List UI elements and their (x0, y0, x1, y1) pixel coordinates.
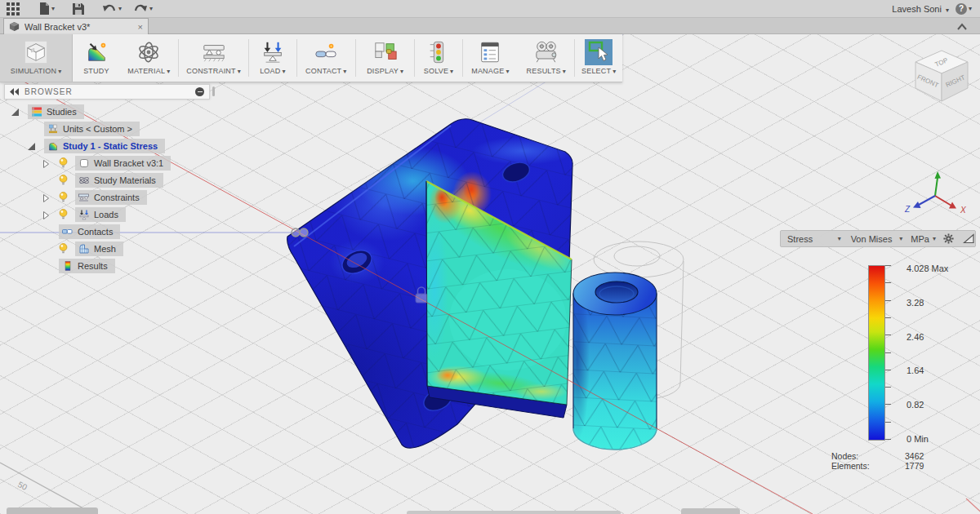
redo-icon[interactable]: ▾ (133, 3, 153, 15)
bottom-navbar-fragment-center (407, 511, 621, 514)
undo-caret[interactable]: ▾ (118, 5, 122, 12)
ribbon-button-label: CONTACT▾ (305, 67, 346, 75)
legend-tick (885, 404, 891, 405)
ribbon-button-study[interactable]: STUDY (73, 34, 119, 82)
browser-tree-row: Study 1 - Static Stress (0, 139, 245, 154)
browser-item-mesh[interactable]: Mesh (75, 241, 123, 256)
visibility-bulb-icon[interactable] (57, 191, 70, 204)
expand-open-icon[interactable] (28, 143, 35, 150)
contacts-icon (61, 226, 74, 238)
expand-open-icon[interactable] (11, 109, 19, 116)
browser-tree-row: Results (0, 259, 245, 274)
browser-display-filter-icon[interactable] (195, 87, 204, 96)
display-icon (373, 38, 398, 66)
help-icon[interactable]: ? (956, 3, 967, 15)
result-field-dropdown[interactable]: Stress (787, 234, 835, 244)
expand-closed-icon[interactable] (42, 192, 50, 206)
study-icon (84, 38, 109, 66)
browser-resize-grip[interactable] (212, 86, 215, 96)
ribbon-button-constraint[interactable]: CONSTRAINT▾ (179, 34, 248, 82)
view-cube[interactable]: TOP FRONT RIGHT (908, 42, 977, 119)
help-menu[interactable]: ? ▾ (956, 3, 972, 15)
browser-item-studies[interactable]: Studies (28, 104, 84, 119)
ribbon-button-results[interactable]: RESULTS▾ (518, 34, 574, 82)
browser-item-results[interactable]: Results (59, 259, 115, 273)
ribbon-button-material[interactable]: MATERIAL▾ (120, 34, 178, 82)
browser-item-contacts[interactable]: Contacts (59, 224, 120, 239)
stress-legend-gradient-bar (868, 265, 885, 441)
ribbon-button-label: MANAGE▾ (471, 67, 509, 75)
legend-value-label: 0.82 (906, 400, 924, 410)
ribbon-button-load[interactable]: LOAD▾ (249, 34, 296, 82)
browser-tree-row: Units < Custom > (0, 122, 245, 137)
browser-item-label: Study 1 - Static Stress (63, 141, 158, 151)
ribbon-button-contact[interactable]: CONTACT▾ (297, 34, 355, 82)
ribbon-button-label: RESULTS▾ (527, 67, 566, 75)
ribbon-button-label: SIMULATION▾ (11, 67, 62, 75)
stat-label: Nodes: (831, 451, 905, 461)
browser-panel-header[interactable]: BROWSER (4, 84, 210, 100)
toolbar-collapse-chevron-icon[interactable] (956, 20, 969, 35)
axis-triad: X Z (902, 131, 976, 219)
dropdown-caret-icon: ▾ (506, 68, 509, 75)
dropdown-caret-icon: ▾ (400, 68, 403, 75)
ribbon-button-label: CONSTRAINT▾ (186, 67, 241, 75)
browser-item-label: Studies (47, 107, 77, 117)
ribbon-button-solve[interactable]: SOLVE▾ (415, 34, 461, 82)
legend-tick (885, 335, 891, 335)
document-tab[interactable]: Wall Bracket v3* × (3, 18, 149, 34)
legend-tick (885, 370, 891, 370)
visibility-bulb-icon[interactable] (57, 242, 70, 255)
result-unit-dropdown[interactable]: MPa (911, 234, 929, 244)
browser-item-material[interactable]: Study Materials (75, 173, 163, 188)
browser-tree-row: Constraints (0, 190, 245, 206)
expand-closed-icon[interactable] (42, 209, 50, 224)
file-menu-icon[interactable]: ▾ (39, 2, 55, 15)
expand-closed-icon[interactable] (42, 157, 50, 172)
3d-viewport[interactable]: SIMULATION▾STUDYMATERIAL▾CONSTRAINT▾LOAD… (0, 34, 980, 514)
manage-icon (478, 38, 502, 66)
app-grid-icon[interactable] (7, 2, 20, 16)
browser-item-study[interactable]: Study 1 - Static Stress (44, 139, 165, 153)
result-component-dropdown[interactable]: Von Mises (851, 234, 897, 244)
legend-value-label: 1.64 (906, 366, 924, 375)
browser-collapse-icon[interactable] (10, 88, 20, 95)
document-tab-bar: Wall Bracket v3* × (0, 18, 980, 34)
results-settings-gear-icon[interactable] (942, 233, 955, 245)
load-icon (78, 209, 90, 221)
units-icon (47, 123, 59, 135)
results-icon (61, 260, 74, 273)
dropdown-caret-icon: ▾ (167, 68, 170, 75)
browser-tree-row: Wall Bracket v3:1 (0, 156, 245, 171)
visibility-bulb-icon[interactable] (57, 157, 70, 170)
user-account-menu[interactable]: Lavesh Soni ▾ (892, 4, 949, 14)
constraint-icon (201, 38, 227, 66)
undo-icon[interactable]: ▾ (102, 3, 122, 15)
browser-item-units[interactable]: Units < Custom > (44, 122, 140, 136)
simulation-icon (23, 38, 49, 66)
z-axis-label: Z (904, 205, 911, 214)
browser-item-constraint[interactable]: Constraints (75, 190, 147, 205)
y-axis-arrow (935, 178, 938, 196)
visibility-bulb-icon[interactable] (57, 174, 70, 187)
browser-item-load[interactable]: Loads (75, 207, 126, 222)
mesh-icon (78, 243, 90, 255)
tab-close-icon[interactable]: × (138, 22, 143, 32)
file-menu-caret: ▾ (51, 5, 55, 12)
browser-item-component[interactable]: Wall Bracket v3:1 (75, 156, 171, 171)
save-icon[interactable] (73, 3, 84, 15)
legend-toggle-icon[interactable] (963, 233, 975, 244)
ribbon-button-simulation[interactable]: SIMULATION▾ (0, 34, 73, 82)
studies-icon (30, 106, 42, 118)
visibility-bulb-icon[interactable] (57, 208, 70, 221)
ribbon-button-display[interactable]: DISPLAY▾ (356, 34, 414, 82)
results-control-bar: Stress ▾ Von Mises ▾ MPa ▾ (780, 230, 976, 247)
ribbon-button-manage[interactable]: MANAGE▾ (463, 34, 518, 82)
study-icon (47, 140, 59, 153)
dropdown-caret-icon: ▾ (563, 68, 566, 75)
ribbon-button-select[interactable]: SELECT▾ (575, 34, 621, 82)
legend-tick (885, 282, 891, 283)
component-icon (78, 157, 90, 170)
redo-caret[interactable]: ▾ (149, 5, 153, 12)
browser-item-label: Study Materials (94, 175, 156, 185)
